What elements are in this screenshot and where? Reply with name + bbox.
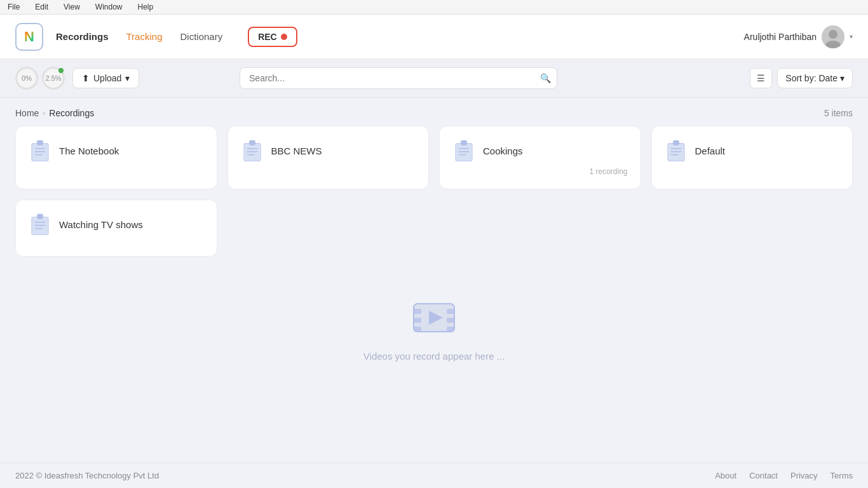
menu-edit[interactable]: Edit bbox=[32, 1, 51, 13]
app-logo[interactable]: N bbox=[15, 23, 43, 51]
progress-circle-1: 0% bbox=[15, 67, 38, 90]
card-title: Cookings bbox=[483, 146, 523, 156]
breadcrumb-separator: › bbox=[43, 109, 45, 118]
card-content: Default bbox=[665, 139, 840, 162]
clipboard-icon bbox=[665, 139, 688, 162]
menu-file[interactable]: File bbox=[5, 1, 22, 13]
main-nav: Recordings Tracking Dictionary REC bbox=[56, 27, 297, 47]
items-count: 5 items bbox=[824, 108, 853, 118]
menu-view[interactable]: View bbox=[61, 1, 83, 13]
clipboard-icon bbox=[29, 139, 51, 162]
user-menu-chevron[interactable]: ▾ bbox=[850, 33, 853, 40]
breadcrumb-current: Recordings bbox=[49, 108, 94, 118]
menu-help[interactable]: Help bbox=[135, 1, 156, 13]
rec-indicator bbox=[281, 34, 287, 40]
card-content: The Notebook bbox=[29, 139, 204, 162]
nav-recordings[interactable]: Recordings bbox=[56, 31, 109, 42]
card-subtitle: 1 recording bbox=[452, 162, 628, 176]
svg-rect-32 bbox=[414, 327, 421, 332]
recording-card-2[interactable]: Cookings 1 recording bbox=[439, 126, 641, 189]
svg-rect-31 bbox=[414, 318, 421, 323]
sort-label: Sort by: Date bbox=[785, 73, 837, 83]
sort-button[interactable]: Sort by: Date ▾ bbox=[777, 68, 853, 88]
card-title: The Notebook bbox=[59, 146, 119, 156]
progress-circles: 0% 2.5% bbox=[15, 67, 65, 90]
upload-icon: ⬆ bbox=[82, 73, 90, 83]
rec-label: REC bbox=[258, 32, 277, 42]
upload-label: Upload bbox=[93, 73, 121, 83]
recordings-grid: The Notebook BBC NEWS bbox=[0, 126, 868, 257]
nav-tracking[interactable]: Tracking bbox=[126, 31, 163, 42]
empty-state: Videos you record appear here ... bbox=[0, 257, 868, 387]
header-right: Aruljothi Parthiban ▾ bbox=[744, 25, 853, 48]
header: N Recordings Tracking Dictionary REC Aru… bbox=[0, 15, 868, 59]
breadcrumb: Home › Recordings 5 items bbox=[0, 98, 868, 126]
card-title: Watching TV shows bbox=[59, 219, 143, 230]
card-content: BBC NEWS bbox=[241, 139, 416, 162]
menu-window[interactable]: Window bbox=[93, 1, 125, 13]
card-title: BBC NEWS bbox=[271, 146, 322, 156]
search-input[interactable] bbox=[240, 67, 557, 89]
breadcrumb-home[interactable]: Home bbox=[15, 108, 39, 118]
search-icon: 🔍 bbox=[540, 73, 551, 83]
svg-rect-4 bbox=[37, 140, 43, 146]
sort-chevron-icon: ▾ bbox=[840, 73, 844, 83]
recording-card-3[interactable]: Default bbox=[651, 126, 853, 189]
clipboard-icon bbox=[29, 213, 51, 236]
svg-rect-30 bbox=[414, 309, 421, 314]
avatar[interactable] bbox=[822, 25, 844, 48]
svg-rect-9 bbox=[249, 140, 255, 146]
recording-card-0[interactable]: The Notebook bbox=[15, 126, 217, 189]
upload-button[interactable]: ⬆ Upload ▾ bbox=[72, 68, 139, 88]
logo-letter: N bbox=[24, 29, 34, 45]
menu-bar: File Edit View Window Help bbox=[0, 0, 868, 15]
toolbar-right: ☰ Sort by: Date ▾ bbox=[750, 68, 853, 88]
svg-rect-14 bbox=[461, 140, 467, 146]
empty-state-text: Videos you record appear here ... bbox=[363, 351, 505, 362]
svg-point-1 bbox=[829, 30, 837, 39]
rec-button[interactable]: REC bbox=[248, 27, 297, 47]
upload-dropdown-icon: ▾ bbox=[125, 73, 130, 83]
svg-rect-19 bbox=[673, 140, 679, 146]
card-title: Default bbox=[695, 146, 726, 156]
list-view-button[interactable]: ☰ bbox=[750, 68, 772, 88]
recording-card-1[interactable]: BBC NEWS bbox=[227, 126, 430, 189]
recording-card-4[interactable]: Watching TV shows bbox=[15, 200, 217, 257]
user-name-label: Aruljothi Parthiban bbox=[744, 32, 817, 42]
clipboard-icon bbox=[241, 139, 264, 162]
svg-rect-33 bbox=[447, 309, 454, 314]
svg-rect-24 bbox=[37, 214, 43, 219]
search-bar: 🔍 bbox=[240, 67, 557, 89]
nav-dictionary[interactable]: Dictionary bbox=[180, 31, 222, 42]
progress-value-1: 0% bbox=[22, 74, 32, 82]
card-content: Watching TV shows bbox=[29, 213, 204, 236]
film-icon bbox=[411, 295, 457, 341]
progress-value-2: 2.5% bbox=[45, 74, 61, 82]
svg-rect-35 bbox=[447, 327, 454, 332]
progress-circle-2: 2.5% bbox=[42, 67, 65, 90]
breadcrumb-path: Home › Recordings bbox=[15, 108, 94, 118]
card-content: Cookings bbox=[452, 139, 628, 162]
toolbar: 0% 2.5% ⬆ Upload ▾ 🔍 ☰ Sort by: Date ▾ bbox=[0, 59, 868, 98]
svg-rect-34 bbox=[447, 318, 454, 323]
clipboard-icon bbox=[452, 139, 475, 162]
